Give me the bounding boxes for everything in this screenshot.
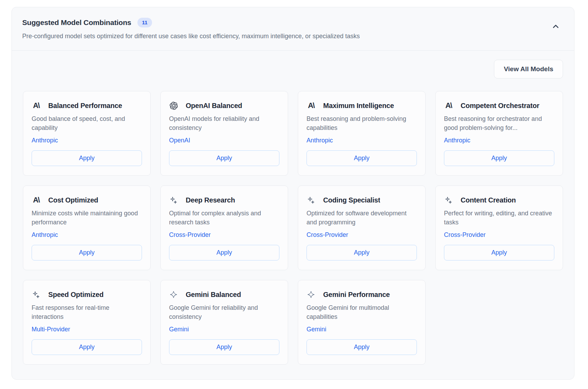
panel-title: Suggested Model Combinations <box>22 18 131 27</box>
chevron-up-icon <box>551 27 560 32</box>
model-combination-card: A\ Competent Orchestrator Best reasoning… <box>435 91 563 176</box>
card-provider-link[interactable]: Gemini <box>169 326 279 333</box>
collapse-button[interactable] <box>550 20 562 32</box>
model-combination-card: Gemini Balanced Google Gemini for reliab… <box>160 280 288 365</box>
card-header: A\ Competent Orchestrator <box>444 101 554 110</box>
card-provider-link[interactable]: Gemini <box>306 326 417 333</box>
card-description: Optimized for software development and p… <box>306 209 417 227</box>
card-title: Balanced Performance <box>48 102 122 110</box>
sparkles-icon <box>169 196 178 205</box>
card-header: A\ Maximum Intelligence <box>306 101 417 110</box>
card-header: Speed Optimized <box>32 290 142 299</box>
card-title: Maximum Intelligence <box>323 102 394 110</box>
model-combination-card: Coding Specialist Optimized for software… <box>298 185 426 270</box>
panel-header: Suggested Model Combinations 11 Pre-conf… <box>12 7 574 51</box>
count-badge: 11 <box>137 18 152 27</box>
model-combination-card: A\ Maximum Intelligence Best reasoning a… <box>298 91 426 176</box>
card-description: Minimize costs while maintaining good pe… <box>32 209 142 227</box>
card-description: Best reasoning and problem-solving capab… <box>306 114 417 132</box>
apply-button[interactable]: Apply <box>32 150 142 166</box>
card-provider-link[interactable]: Anthropic <box>32 231 142 239</box>
model-combination-card: A\ Balanced Performance Good balance of … <box>23 91 151 176</box>
apply-button[interactable]: Apply <box>32 339 142 355</box>
card-title: Gemini Balanced <box>186 291 241 299</box>
card-title: Cost Optimized <box>48 196 98 204</box>
card-provider-link[interactable]: Anthropic <box>444 137 554 144</box>
card-description: OpenAI models for reliability and consis… <box>169 114 279 132</box>
apply-button[interactable]: Apply <box>306 339 417 355</box>
card-header: Deep Research <box>169 196 279 205</box>
sparkles-icon <box>306 196 316 205</box>
card-provider-link[interactable]: Multi-Provider <box>32 326 142 333</box>
model-combination-card: Gemini Performance Google Gemini for mul… <box>298 280 426 365</box>
card-title: Speed Optimized <box>48 291 103 299</box>
card-description: Google Gemini for multimodal capabilitie… <box>306 303 417 321</box>
panel-body: View All Models A\ Balanced Performance … <box>12 51 574 379</box>
model-combination-card: A\ Cost Optimized Minimize costs while m… <box>23 185 151 270</box>
openai-icon <box>169 101 178 110</box>
apply-button[interactable]: Apply <box>32 245 142 260</box>
card-provider-link[interactable]: Anthropic <box>32 137 142 144</box>
suggested-model-combinations-panel: Suggested Model Combinations 11 Pre-conf… <box>11 7 574 380</box>
apply-button[interactable]: Apply <box>169 339 279 355</box>
apply-button[interactable]: Apply <box>444 150 554 166</box>
anthropic-icon: A\ <box>444 101 453 110</box>
sparkles-icon <box>444 196 453 205</box>
card-provider-link[interactable]: Anthropic <box>306 137 417 144</box>
model-combination-card: OpenAI Balanced OpenAI models for reliab… <box>160 91 288 176</box>
apply-button[interactable]: Apply <box>306 150 417 166</box>
card-provider-link[interactable]: Cross-Provider <box>169 231 279 239</box>
card-description: Google Gemini for reliability and consis… <box>169 303 279 321</box>
apply-button[interactable]: Apply <box>169 150 279 166</box>
card-title: Competent Orchestrator <box>461 102 539 110</box>
model-combination-card: Content Creation Perfect for writing, ed… <box>435 185 563 270</box>
apply-button[interactable]: Apply <box>169 245 279 260</box>
card-provider-link[interactable]: OpenAI <box>169 137 279 144</box>
view-all-models-button[interactable]: View All Models <box>494 60 563 78</box>
anthropic-icon: A\ <box>32 196 41 205</box>
card-description: Optimal for complex analysis and researc… <box>169 209 279 227</box>
card-header: A\ Balanced Performance <box>32 101 142 110</box>
card-title: Content Creation <box>461 196 516 204</box>
card-title: OpenAI Balanced <box>186 102 242 110</box>
card-header: Gemini Performance <box>306 290 417 299</box>
gemini-icon <box>169 290 178 299</box>
anthropic-icon: A\ <box>306 101 316 110</box>
apply-button[interactable]: Apply <box>306 245 417 260</box>
card-description: Best reasoning for orchestrator and good… <box>444 114 554 132</box>
sparkles-icon <box>32 290 41 299</box>
model-combination-card: Deep Research Optimal for complex analys… <box>160 185 288 270</box>
toolbar: View All Models <box>23 60 563 78</box>
card-header: OpenAI Balanced <box>169 101 279 110</box>
card-provider-link[interactable]: Cross-Provider <box>306 231 417 239</box>
apply-button[interactable]: Apply <box>444 245 554 260</box>
gemini-icon <box>306 290 316 299</box>
card-title: Coding Specialist <box>323 196 380 204</box>
card-provider-link[interactable]: Cross-Provider <box>444 231 554 239</box>
panel-subtitle: Pre-configured model sets optimized for … <box>22 33 360 40</box>
card-description: Good balance of speed, cost, and capabil… <box>32 114 142 132</box>
model-combination-card: Speed Optimized Fast responses for real-… <box>23 280 151 365</box>
card-description: Perfect for writing, editing, and creati… <box>444 209 554 227</box>
card-header: Gemini Balanced <box>169 290 279 299</box>
card-description: Fast responses for real-time interaction… <box>32 303 142 321</box>
card-header: Coding Specialist <box>306 196 417 205</box>
model-combinations-grid: A\ Balanced Performance Good balance of … <box>23 91 563 365</box>
card-title: Deep Research <box>186 196 235 204</box>
card-title: Gemini Performance <box>323 291 390 299</box>
anthropic-icon: A\ <box>32 101 41 110</box>
panel-header-text: Suggested Model Combinations 11 Pre-conf… <box>22 18 360 40</box>
card-header: Content Creation <box>444 196 554 205</box>
card-header: A\ Cost Optimized <box>32 196 142 205</box>
